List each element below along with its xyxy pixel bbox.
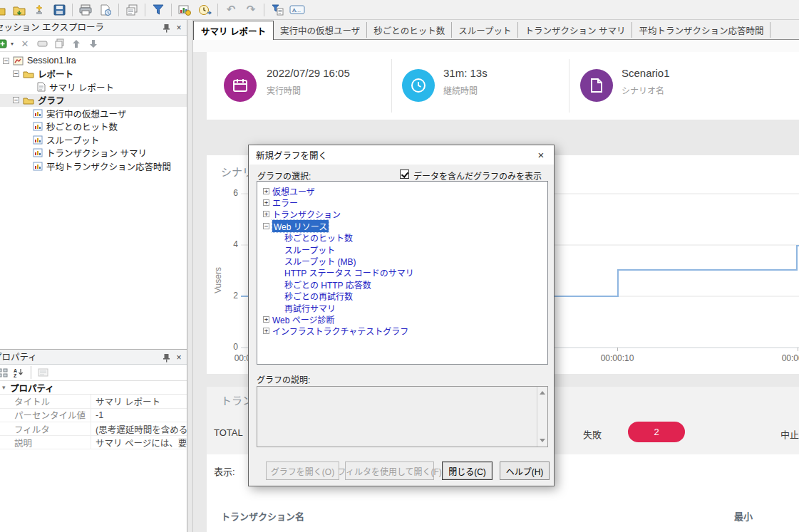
y-tick: 0 (222, 342, 238, 352)
dialog-tree-node[interactable]: スループット (257, 244, 547, 255)
time-filter-icon[interactable] (196, 1, 213, 19)
print-icon[interactable] (77, 1, 94, 19)
open-graph-button[interactable]: グラフを開く(O) (266, 461, 339, 480)
tab-hits-per-second[interactable]: 秒ごとのヒット数 (367, 22, 452, 38)
left-dock: セッション エクスプローラ × ▾ ✕ (0, 20, 187, 532)
tab-summary-report[interactable]: サマリ レポート (193, 21, 274, 40)
column-header-minimum[interactable]: 最小 (734, 509, 753, 523)
scenario-value: Scenario1 (622, 66, 670, 80)
tree-node-graph[interactable]: スループット (0, 133, 187, 147)
dialog-close-icon[interactable]: × (528, 145, 554, 165)
dialog-tree-node[interactable]: 秒ごとのヒット数 (257, 232, 547, 244)
scroll-down-icon[interactable] (540, 439, 545, 442)
tree-node-graph[interactable]: トランザクション サマリ (0, 147, 187, 160)
card-scenario: Scenario1 シナリオ名 (622, 66, 670, 96)
only-graphs-with-data-checkbox[interactable] (400, 169, 409, 179)
total-label: TOTAL (214, 427, 243, 438)
description-scrollbar[interactable] (537, 387, 547, 447)
dialog-tree-node[interactable]: 再試行サマリ (257, 302, 547, 313)
apply-filter-page-icon[interactable] (269, 1, 286, 19)
tree-node-reports-folder[interactable]: − レポート (0, 68, 187, 81)
tab-throughput[interactable]: スループット (452, 22, 518, 38)
tree-node-summary-report[interactable]: サマリ レポート (0, 80, 187, 94)
open-folder-icon[interactable] (11, 1, 28, 19)
tab-transaction-summary[interactable]: トランザクション サマリ (518, 22, 632, 38)
html-report-icon[interactable] (97, 1, 114, 19)
copy-summary-icon[interactable] (123, 1, 140, 19)
display-label: 表示: (214, 464, 235, 478)
dialog-tree-node[interactable]: HTTP ステータス コードのサマリ (257, 267, 547, 278)
column-header-transaction-name[interactable]: トランザクション名 (221, 509, 304, 523)
close-icon[interactable]: × (174, 23, 184, 33)
graph-tabbar: サマリ レポート 実行中の仮想ユーザ 秒ごとのヒット数 スループット トランザク… (193, 20, 799, 40)
dialog-tree-node[interactable]: スループット (MB) (257, 255, 547, 266)
open-session-icon[interactable] (0, 1, 8, 19)
y-tick: 2 (222, 291, 238, 301)
close-icon[interactable]: × (174, 353, 184, 363)
failed-count-badge: 2 (628, 422, 685, 442)
new-session-wand-icon[interactable] (31, 1, 48, 19)
graph-icon (33, 109, 43, 118)
categorize-icon[interactable] (0, 365, 10, 380)
add-item-icon[interactable] (0, 36, 7, 51)
failed-label: 失敗 (583, 427, 602, 441)
session-explorer-header: セッション エクスプローラ × (0, 20, 187, 36)
property-pages-icon[interactable] (35, 365, 51, 380)
dialog-tree-node-selected[interactable]: −Web リソース (257, 220, 547, 231)
dialog-titlebar[interactable]: 新規グラフを開く × (249, 145, 554, 165)
properties-category-row[interactable]: ▾ プロパティ (0, 381, 187, 395)
graph-icon (33, 122, 43, 131)
tree-node-graph[interactable]: 平均トランザクション応答時間 (0, 160, 187, 173)
tree-node-graph[interactable]: 秒ごとのヒット数 (0, 120, 187, 134)
dialog-tree-node[interactable]: +インフラストラクチャテストグラフ (257, 325, 547, 337)
delete-item-icon[interactable]: ✕ (17, 36, 33, 51)
panel-title: プロパティ (0, 350, 37, 365)
duration-value: 31m: 13s (443, 66, 488, 80)
undo-icon[interactable]: ↶ (222, 1, 239, 19)
y-tick: 6 (222, 188, 238, 198)
dialog-tree-node[interactable]: +Web ページ診断 (257, 313, 547, 325)
report-top-strip (193, 40, 799, 52)
sort-az-icon[interactable]: AZ (11, 365, 27, 380)
move-up-icon[interactable] (68, 36, 84, 51)
move-down-icon[interactable] (86, 36, 101, 51)
tab-avg-transaction-response[interactable]: 平均トランザクション応答時間 (632, 22, 770, 38)
tree-node-graphs-folder[interactable]: − グラフ (0, 94, 187, 108)
y-axis-label: Vusers (213, 251, 223, 293)
open-with-filter-button[interactable]: フィルタを使用して開く(F) (345, 461, 434, 480)
dialog-tree-node[interactable]: +トランザクション (257, 209, 547, 220)
save-icon[interactable] (51, 1, 68, 19)
tab-running-vusers[interactable]: 実行中の仮想ユーザ (274, 22, 367, 38)
property-row[interactable]: タイトル サマリ レポート (0, 395, 187, 408)
graph-select-label: グラフの選択: (257, 169, 311, 182)
pin-icon[interactable] (161, 353, 171, 363)
export-graph-icon[interactable] (176, 1, 193, 19)
pin-icon[interactable] (161, 23, 171, 33)
property-row[interactable]: パーセンタイル値 -1 (0, 409, 187, 422)
card-duration: 31m: 13s 継続時間 (443, 66, 488, 96)
add-dropdown-caret-icon[interactable]: ▾ (9, 36, 16, 51)
dialog-tree-node[interactable]: 秒ごとの HTTP 応答数 (257, 278, 547, 290)
session-file-icon (13, 56, 24, 66)
help-button[interactable]: ヘルプ(H) (500, 461, 550, 480)
dialog-tree-node[interactable]: +仮想ユーザ (257, 185, 547, 197)
tree-node-session[interactable]: − Session1.lra (0, 54, 187, 68)
properties-grid: ▾ プロパティ タイトル サマリ レポート パーセンタイル値 -1 フィルタ (… (0, 381, 187, 449)
duplicate-item-icon[interactable] (51, 36, 67, 51)
tree-node-graph[interactable]: 実行中の仮想ユーザ (0, 107, 187, 120)
redo-icon[interactable]: ↷ (242, 1, 259, 19)
dialog-tree-node[interactable]: 秒ごとの再試行数 (257, 291, 547, 302)
scroll-up-icon[interactable] (540, 391, 545, 395)
rename-item-icon[interactable] (34, 36, 50, 51)
close-button[interactable]: 閉じる(C) (442, 461, 493, 480)
checkbox-label[interactable]: データを含んだグラフのみを表示 (413, 169, 542, 182)
dialog-tree-node[interactable]: +エラー (257, 197, 547, 208)
property-row[interactable]: フィルタ (思考遅延時間を含める (0, 422, 187, 436)
property-row[interactable]: 説明 サマリ ページには、要約 (0, 436, 187, 449)
filter-icon[interactable] (150, 1, 167, 19)
auto-label-icon[interactable]: A... (289, 1, 306, 19)
dock-splitter[interactable] (192, 20, 193, 532)
toolbar-separator (264, 4, 264, 16)
folder-icon (23, 70, 34, 78)
graph-description-box[interactable] (257, 386, 548, 447)
